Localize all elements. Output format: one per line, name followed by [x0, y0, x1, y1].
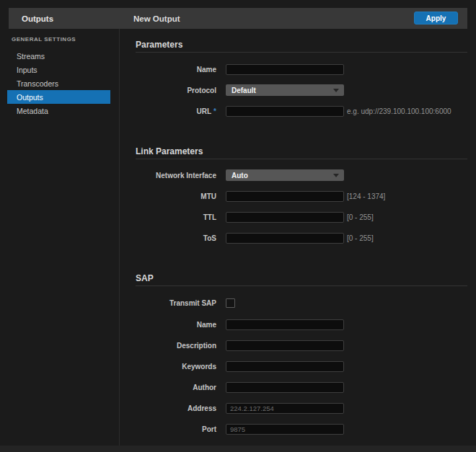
sap-port-input[interactable] [226, 424, 344, 435]
mtu-label: MTU [120, 192, 216, 200]
form-row-sap-keywords: Keywords [120, 360, 467, 372]
sidebar-item-inputs[interactable]: Inputs [0, 63, 110, 76]
url-label: URL* [120, 107, 216, 115]
sidebar-item-streams[interactable]: Streams [0, 49, 110, 63]
bottom-strip [0, 446, 476, 452]
form-row-sap-address: Address [120, 402, 467, 414]
mtu-range-hint: [124 - 1374] [347, 192, 385, 200]
tos-range-hint: [0 - 255] [347, 234, 374, 242]
sap-description-label: Description [120, 342, 216, 350]
nav-section-title: Outputs [22, 14, 53, 23]
mtu-input[interactable] [226, 191, 344, 202]
form-row-tos: ToS [0 - 255] [120, 232, 467, 244]
sidebar-section-label: GENERAL SETTINGS [12, 36, 76, 43]
name-input[interactable] [226, 64, 344, 75]
section-rule [136, 52, 467, 53]
sap-author-label: Author [120, 384, 216, 391]
form-row-protocol: Protocol Default [120, 84, 467, 96]
sidebar: GENERAL SETTINGS Streams Inputs Transcod… [0, 29, 119, 446]
form-row-url: URL* e.g. udp://239.100.100.100:6000 [120, 105, 467, 117]
network-interface-select-value: Auto [232, 172, 248, 180]
required-asterisk: * [213, 107, 216, 115]
sidebar-item-metadata[interactable]: Metadata [0, 104, 110, 118]
form-row-sap-author: Author [120, 381, 467, 393]
sap-keywords-label: Keywords [120, 363, 216, 371]
sap-description-input[interactable] [226, 340, 344, 351]
top-header-bar: Outputs New Output Apply [9, 8, 467, 29]
sap-address-input[interactable] [226, 403, 344, 414]
sidebar-item-outputs[interactable]: Outputs [7, 90, 110, 104]
sap-address-label: Address [120, 404, 216, 412]
tos-input[interactable] [226, 233, 344, 244]
page-title: New Output [133, 14, 180, 23]
sidebar-item-transcoders[interactable]: Transcoders [0, 76, 110, 90]
chevron-down-icon [333, 89, 339, 92]
sap-author-input[interactable] [226, 382, 344, 393]
ttl-input[interactable] [226, 212, 344, 223]
section-rule [136, 159, 467, 159]
url-input[interactable] [226, 106, 344, 117]
transmit-sap-label: Transmit SAP [120, 299, 216, 307]
sidebar-items: Streams Inputs Transcoders Outputs Metad… [0, 49, 110, 118]
protocol-select[interactable]: Default [226, 84, 344, 96]
protocol-label: Protocol [120, 87, 216, 94]
form-row-sap-name: Name [120, 319, 467, 330]
transmit-sap-checkbox[interactable] [226, 298, 235, 308]
section-title-parameters: Parameters [136, 40, 182, 50]
url-hint: e.g. udp://239.100.100.100:6000 [347, 107, 451, 115]
form-row-name: Name [120, 63, 467, 75]
protocol-select-value: Default [232, 87, 256, 94]
ttl-range-hint: [0 - 255] [347, 213, 374, 221]
section-title-link-parameters: Link Parameters [136, 146, 203, 156]
network-interface-label: Network Interface [120, 172, 216, 180]
form-row-transmit-sap: Transmit SAP [120, 297, 467, 309]
sap-port-label: Port [120, 425, 216, 433]
network-interface-select[interactable]: Auto [226, 169, 344, 181]
ttl-label: TTL [120, 213, 216, 221]
form-row-network-interface: Network Interface Auto [120, 169, 467, 181]
tos-label: ToS [120, 234, 216, 242]
form-row-ttl: TTL [0 - 255] [120, 211, 467, 223]
sap-name-input[interactable] [226, 319, 344, 330]
sap-name-label: Name [120, 321, 216, 329]
chevron-down-icon [333, 174, 339, 177]
form-row-sap-description: Description [120, 340, 467, 351]
section-title-sap: SAP [136, 273, 154, 283]
form-row-mtu: MTU [124 - 1374] [120, 190, 467, 202]
name-label: Name [120, 66, 216, 74]
apply-button[interactable]: Apply [414, 12, 458, 25]
main-content: Parameters Name Protocol Default URL* e.… [120, 29, 467, 446]
section-rule [136, 285, 467, 286]
form-row-sap-port: Port [120, 423, 467, 435]
sap-keywords-input[interactable] [226, 361, 344, 372]
